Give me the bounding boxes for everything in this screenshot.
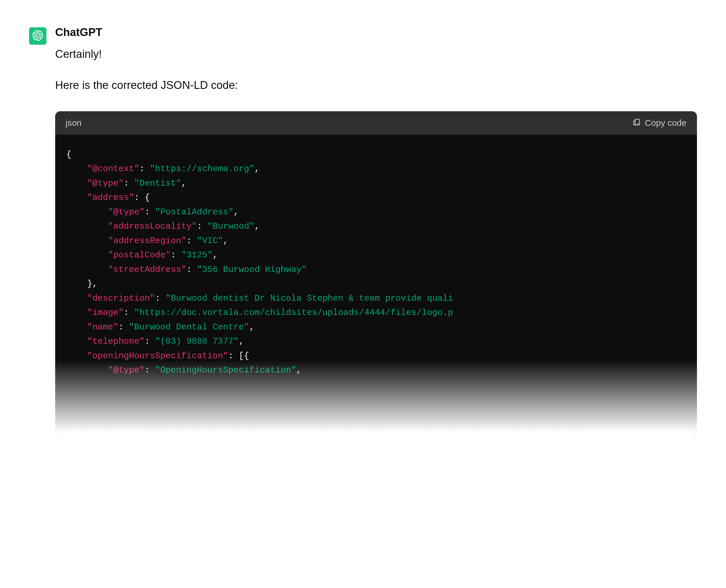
code-body: { "@context": "https://schema.org", "@ty… <box>55 135 697 436</box>
copy-code-label: Copy code <box>645 118 686 128</box>
code-language-label: json <box>66 118 82 128</box>
author-name: ChatGPT <box>55 26 697 39</box>
svg-rect-0 <box>635 119 639 125</box>
copy-code-button[interactable]: Copy code <box>632 118 686 128</box>
response-line-2: Here is the corrected JSON-LD code: <box>55 77 697 94</box>
code-header: json Copy code <box>55 111 697 135</box>
avatar <box>29 27 46 45</box>
assistant-message: ChatGPT Certainly! Here is the corrected… <box>29 26 697 436</box>
response-text: Certainly! Here is the corrected JSON-LD… <box>55 46 697 94</box>
openai-logo-icon <box>32 30 43 42</box>
code-pre: { "@context": "https://schema.org", "@ty… <box>66 148 686 378</box>
response-line-1: Certainly! <box>55 46 697 63</box>
code-block: json Copy code { "@context": "https://sc… <box>55 111 697 436</box>
message-content: ChatGPT Certainly! Here is the corrected… <box>55 26 697 436</box>
clipboard-icon <box>632 118 641 128</box>
